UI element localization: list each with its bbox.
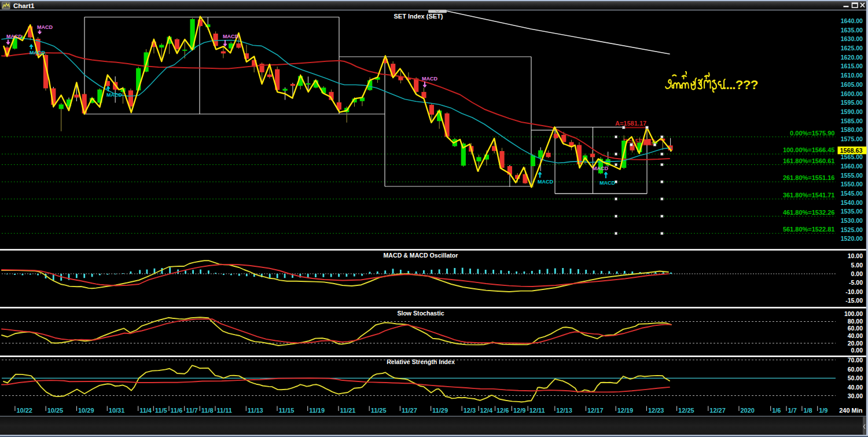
svg-text:100.00: 100.00 bbox=[844, 310, 863, 317]
svg-text:12/19: 12/19 bbox=[617, 407, 634, 414]
svg-text:70.00: 70.00 bbox=[848, 357, 863, 363]
svg-text:12/27: 12/27 bbox=[709, 407, 726, 414]
svg-text:1625.00: 1625.00 bbox=[841, 45, 863, 52]
svg-text:60.00: 60.00 bbox=[848, 366, 863, 373]
svg-text:MACD: MACD bbox=[593, 166, 608, 171]
svg-text:10/29: 10/29 bbox=[78, 407, 94, 414]
svg-text:0.00: 0.00 bbox=[851, 270, 863, 277]
svg-text:161.80%=1560.61: 161.80%=1560.61 bbox=[783, 157, 835, 164]
svg-text:-15.00: -15.00 bbox=[845, 297, 863, 304]
svg-text:461.80%=1532.26: 461.80%=1532.26 bbox=[783, 209, 835, 216]
svg-text:1530.00: 1530.00 bbox=[841, 217, 863, 224]
svg-text:12/11: 12/11 bbox=[529, 407, 545, 414]
svg-text:11/25: 11/25 bbox=[371, 407, 387, 414]
svg-text:Chart1: Chart1 bbox=[13, 2, 35, 9]
svg-text:1585.00: 1585.00 bbox=[841, 117, 863, 124]
svg-text:1595.00: 1595.00 bbox=[841, 99, 863, 106]
svg-text:20.00: 20.00 bbox=[848, 340, 863, 347]
svg-text:50.00: 50.00 bbox=[848, 374, 863, 381]
svg-text:60.00: 60.00 bbox=[848, 325, 863, 332]
svg-text:1/6: 1/6 bbox=[772, 407, 781, 414]
svg-text:11/8: 11/8 bbox=[201, 407, 214, 414]
svg-text:361.80%=1541.71: 361.80%=1541.71 bbox=[783, 192, 835, 199]
svg-text:261.80%=1551.16: 261.80%=1551.16 bbox=[783, 174, 835, 181]
svg-text:30.00: 30.00 bbox=[848, 392, 863, 399]
svg-text:MACD: MACD bbox=[37, 24, 53, 30]
svg-text:1540.00: 1540.00 bbox=[841, 199, 863, 206]
svg-text:1520.00: 1520.00 bbox=[841, 235, 863, 242]
svg-text:1590.00: 1590.00 bbox=[841, 108, 863, 115]
svg-text:2020: 2020 bbox=[741, 407, 755, 414]
svg-text:561.80%=1522.81: 561.80%=1522.81 bbox=[783, 226, 835, 233]
svg-text:0.00: 0.00 bbox=[851, 347, 863, 354]
svg-text:Slow Stochastic: Slow Stochastic bbox=[397, 310, 444, 317]
svg-text:11/15: 11/15 bbox=[279, 407, 295, 414]
svg-text:MACD: MACD bbox=[30, 50, 45, 56]
svg-text:1/7: 1/7 bbox=[788, 407, 797, 414]
svg-text:11/7: 11/7 bbox=[186, 407, 198, 414]
svg-text:11/5: 11/5 bbox=[155, 407, 167, 414]
svg-text:MACD: MACD bbox=[106, 92, 122, 98]
svg-text:MACD: MACD bbox=[422, 76, 437, 82]
svg-text:11/11: 11/11 bbox=[217, 407, 232, 414]
svg-text:A=1581.17: A=1581.17 bbox=[615, 120, 646, 127]
svg-text:10/31: 10/31 bbox=[109, 407, 125, 414]
svg-text:12/4: 12/4 bbox=[480, 407, 493, 414]
svg-text:40.00: 40.00 bbox=[848, 332, 863, 339]
svg-text:5.00: 5.00 bbox=[851, 262, 863, 269]
svg-text:1605.00: 1605.00 bbox=[841, 81, 863, 88]
svg-text:1565.00: 1565.00 bbox=[841, 153, 863, 160]
svg-text:1630.00: 1630.00 bbox=[841, 35, 863, 42]
svg-text:80.00: 80.00 bbox=[848, 318, 863, 325]
svg-text:11/21: 11/21 bbox=[340, 407, 356, 414]
svg-text:12/9: 12/9 bbox=[513, 407, 525, 414]
svg-text:1580.00: 1580.00 bbox=[841, 126, 863, 133]
svg-text:1635.00: 1635.00 bbox=[841, 27, 863, 34]
svg-text:11/29: 11/29 bbox=[432, 407, 448, 414]
svg-text:MACD: MACD bbox=[6, 34, 22, 39]
svg-text:1640.00: 1640.00 bbox=[841, 17, 863, 24]
svg-text:Relative Strength Index: Relative Strength Index bbox=[387, 358, 455, 365]
svg-text:40.00: 40.00 bbox=[848, 384, 863, 391]
svg-text:12/17: 12/17 bbox=[587, 407, 604, 414]
svg-text:11/19: 11/19 bbox=[309, 407, 325, 414]
svg-text:1525.00: 1525.00 bbox=[841, 226, 863, 233]
svg-text:12/6: 12/6 bbox=[496, 407, 509, 414]
svg-text:10/22: 10/22 bbox=[16, 407, 32, 414]
svg-text:1575.00: 1575.00 bbox=[841, 135, 863, 142]
svg-text:11/6: 11/6 bbox=[171, 407, 183, 414]
svg-text:240 Min: 240 Min bbox=[839, 407, 863, 414]
svg-text:12/3: 12/3 bbox=[464, 407, 476, 414]
svg-text:MACD: MACD bbox=[538, 179, 553, 185]
svg-text:10.00: 10.00 bbox=[848, 252, 863, 259]
svg-text:1535.00: 1535.00 bbox=[841, 208, 863, 215]
svg-text:11/4: 11/4 bbox=[139, 407, 152, 414]
svg-text:12/23: 12/23 bbox=[648, 407, 664, 414]
svg-text:10/25: 10/25 bbox=[47, 407, 64, 414]
svg-text:MACD & MACD Oscillator: MACD & MACD Oscillator bbox=[384, 252, 458, 259]
svg-text:12/13: 12/13 bbox=[556, 407, 572, 414]
svg-text:SET Index (SET): SET Index (SET) bbox=[394, 13, 443, 20]
svg-text:12/25: 12/25 bbox=[678, 407, 694, 414]
svg-text:....???: ....??? bbox=[723, 78, 758, 92]
svg-text:100.00%=1566.45: 100.00%=1566.45 bbox=[783, 146, 835, 153]
svg-text:MACD: MACD bbox=[599, 180, 615, 186]
svg-text:1560.00: 1560.00 bbox=[841, 163, 863, 170]
svg-text:1555.00: 1555.00 bbox=[841, 172, 863, 179]
svg-text:11/27: 11/27 bbox=[402, 407, 417, 414]
svg-text:11/13: 11/13 bbox=[248, 407, 263, 414]
svg-text:1600.00: 1600.00 bbox=[841, 90, 863, 97]
svg-text:0.00%=1575.90: 0.00%=1575.90 bbox=[790, 130, 834, 137]
svg-text:1545.00: 1545.00 bbox=[841, 190, 863, 197]
svg-text:MACD: MACD bbox=[223, 34, 238, 39]
svg-text:1620.00: 1620.00 bbox=[841, 54, 863, 61]
svg-text:1550.00: 1550.00 bbox=[841, 181, 863, 188]
svg-text:1568.63: 1568.63 bbox=[840, 147, 862, 154]
svg-text:-10.00: -10.00 bbox=[845, 288, 863, 295]
svg-text:-5.00: -5.00 bbox=[849, 279, 863, 286]
svg-text:1615.00: 1615.00 bbox=[841, 63, 863, 69]
svg-text:1610.00: 1610.00 bbox=[841, 72, 863, 79]
svg-text:1/9: 1/9 bbox=[819, 407, 827, 414]
svg-text:1/8: 1/8 bbox=[803, 407, 812, 414]
